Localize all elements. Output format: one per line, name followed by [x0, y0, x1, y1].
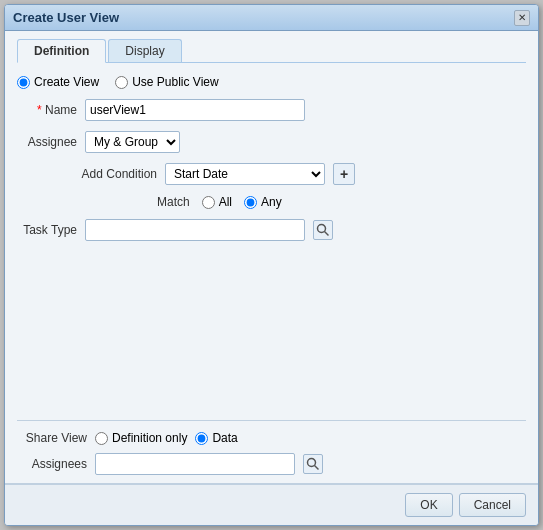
task-type-search-button[interactable] [313, 220, 333, 240]
close-icon: ✕ [518, 12, 526, 23]
required-star: * [37, 103, 45, 117]
share-section: Share View Definition only Data Assignee… [17, 420, 526, 475]
data-radio[interactable] [195, 432, 208, 445]
assignee-label: Assignee [17, 135, 77, 149]
name-input[interactable] [85, 99, 305, 121]
match-any-radio[interactable] [244, 196, 257, 209]
assignee-select[interactable]: My & Group My Group Anyone [85, 131, 180, 153]
share-view-label: Share View [17, 431, 87, 445]
view-type-row: Create View Use Public View [17, 75, 526, 89]
assignees-row: Assignees [17, 453, 526, 475]
definition-only-radio[interactable] [95, 432, 108, 445]
task-type-row: Task Type [17, 219, 526, 241]
match-all-radio[interactable] [202, 196, 215, 209]
close-button[interactable]: ✕ [514, 10, 530, 26]
use-public-radio-label[interactable]: Use Public View [115, 75, 218, 89]
create-view-radio-label[interactable]: Create View [17, 75, 99, 89]
tab-display[interactable]: Display [108, 39, 181, 62]
tabs: Definition Display [17, 39, 526, 63]
use-public-radio[interactable] [115, 76, 128, 89]
create-view-radio[interactable] [17, 76, 30, 89]
svg-point-2 [308, 459, 316, 467]
svg-line-3 [315, 466, 319, 470]
add-condition-row: Add Condition Start Date End Date Task T… [77, 163, 526, 185]
add-condition-label: Add Condition [77, 167, 157, 181]
task-type-label: Task Type [17, 223, 77, 237]
name-row: * Name [17, 99, 526, 121]
tab-definition[interactable]: Definition [17, 39, 106, 63]
ok-button[interactable]: OK [405, 493, 452, 517]
add-condition-button[interactable]: + [333, 163, 355, 185]
assignees-search-button[interactable] [303, 454, 323, 474]
dialog-content: Definition Display Create View Use Publi… [5, 31, 538, 483]
dialog-footer: OK Cancel [5, 483, 538, 525]
svg-line-1 [325, 232, 329, 236]
assignees-input[interactable] [95, 453, 295, 475]
form-area: Create View Use Public View * Name Assig… [17, 73, 526, 475]
definition-only-radio-label[interactable]: Definition only [95, 431, 187, 445]
name-label: * Name [17, 103, 77, 117]
create-view-label: Create View [34, 75, 99, 89]
match-label: Match [157, 195, 190, 209]
match-row: Match All Any [157, 195, 526, 209]
assignee-row: Assignee My & Group My Group Anyone [17, 131, 526, 153]
assignees-search-icon [306, 457, 320, 471]
dialog-title: Create User View [13, 10, 119, 25]
dialog-titlebar: Create User View ✕ [5, 5, 538, 31]
all-label: All [219, 195, 232, 209]
task-type-input[interactable] [85, 219, 305, 241]
use-public-label: Use Public View [132, 75, 218, 89]
match-all-radio-label[interactable]: All [202, 195, 232, 209]
share-view-row: Share View Definition only Data [17, 431, 526, 445]
search-icon [316, 223, 330, 237]
data-label: Data [212, 431, 237, 445]
any-label: Any [261, 195, 282, 209]
assignees-label: Assignees [17, 457, 87, 471]
definition-only-label: Definition only [112, 431, 187, 445]
match-any-radio-label[interactable]: Any [244, 195, 282, 209]
data-radio-label[interactable]: Data [195, 431, 237, 445]
svg-point-0 [318, 225, 326, 233]
plus-icon: + [340, 166, 348, 182]
spacer [17, 251, 526, 410]
condition-select[interactable]: Start Date End Date Task Type Priority S… [165, 163, 325, 185]
cancel-button[interactable]: Cancel [459, 493, 526, 517]
create-user-view-dialog: Create User View ✕ Definition Display Cr… [4, 4, 539, 526]
